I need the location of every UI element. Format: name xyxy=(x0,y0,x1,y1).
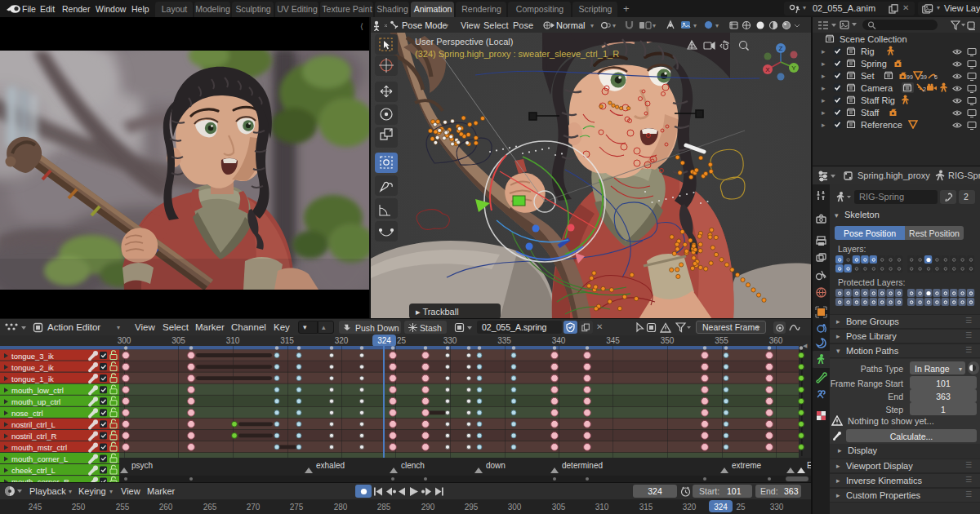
svg-text:X: X xyxy=(765,66,770,73)
svg-text:Z: Z xyxy=(779,45,783,52)
svg-text:Y: Y xyxy=(791,64,796,72)
